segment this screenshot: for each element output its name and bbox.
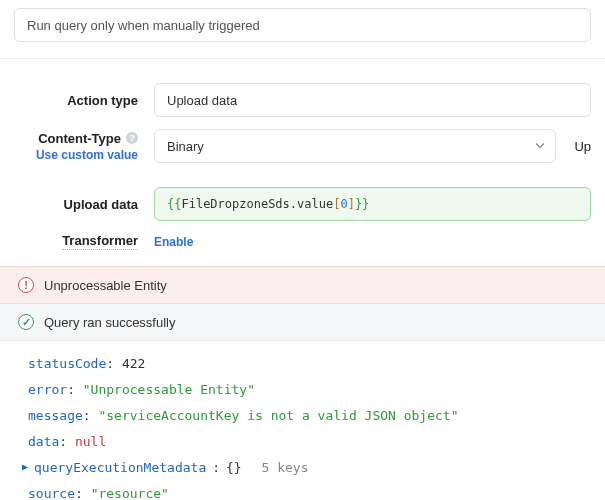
expand-arrow-icon[interactable]: ▶ (22, 457, 28, 477)
chevron-down-icon (535, 139, 545, 154)
result-query-metadata[interactable]: ▶ queryExecutionMetadata: {} 5 keys (22, 455, 583, 481)
error-icon: ! (18, 277, 34, 293)
help-icon: ? (126, 132, 138, 144)
upload-data-label: Upload data (14, 197, 154, 212)
success-banner: ✓ Query ran successfully (0, 304, 605, 341)
result-message: message: "serviceAccountKey is not a val… (22, 403, 583, 429)
error-banner-text: Unprocessable Entity (44, 278, 167, 293)
query-result: statusCode: 422 error: "Unprocessable En… (0, 341, 605, 500)
error-banner: ! Unprocessable Entity (0, 266, 605, 304)
result-error: error: "Unprocessable Entity" (22, 377, 583, 403)
success-icon: ✓ (18, 314, 34, 330)
enable-transformer-link[interactable]: Enable (154, 235, 193, 249)
result-status-code: statusCode: 422 (22, 351, 583, 377)
query-trigger-mode-input[interactable] (14, 8, 591, 42)
use-custom-value-link[interactable]: Use custom value (36, 148, 138, 162)
action-type-input[interactable] (154, 83, 591, 117)
result-source: source: "resource" (22, 481, 583, 500)
content-type-label: Content-Type ? Use custom value (14, 131, 154, 162)
action-type-label: Action type (14, 93, 154, 108)
transformer-label: Transformer (14, 233, 154, 250)
upload-data-code-input[interactable]: {{FileDropzoneSds.value[0]}} (154, 187, 591, 221)
upload-partial-label: Up (574, 139, 591, 154)
result-data: data: null (22, 429, 583, 455)
success-banner-text: Query ran successfully (44, 315, 176, 330)
content-type-select[interactable]: Binary (154, 129, 556, 163)
